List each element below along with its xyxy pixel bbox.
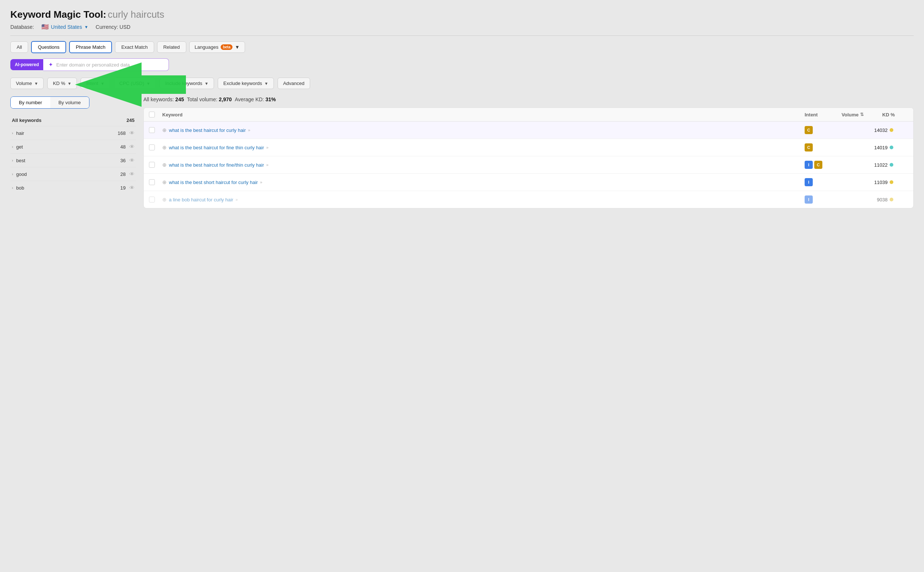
keyword-link[interactable]: ⊕ what is the best haircut for fine thin… xyxy=(162,145,804,151)
list-item[interactable]: › good 28 👁 xyxy=(10,167,136,181)
keyword-text: what is the best haircut for fine/thin c… xyxy=(169,162,264,168)
add-circle-icon: ⊕ xyxy=(162,145,167,151)
volume-col-header[interactable]: Volume ⇅ xyxy=(842,112,882,118)
keyword-text: what is the best haircut for curly hair xyxy=(169,127,246,133)
ai-powered-label: AI-powered xyxy=(10,59,43,70)
add-circle-icon: ⊕ xyxy=(162,127,167,133)
exclude-keywords-filter[interactable]: Exclude keywords ▼ xyxy=(218,78,274,89)
kd-filter[interactable]: KD % ▼ xyxy=(47,78,77,89)
keyword-link[interactable]: ⊕ what is the best haircut for fine/thin… xyxy=(162,162,804,168)
keyword-group-list: All keywords 245 › hair 168 👁 › xyxy=(10,115,136,194)
all-keywords-label: All keywords xyxy=(12,118,41,123)
chevron-down-icon: ▼ xyxy=(84,25,88,29)
ai-placeholder: Enter domain or personalized data xyxy=(56,62,130,68)
volume-cell: 140 xyxy=(842,145,882,151)
avg-kd-stats: Average KD: 31% xyxy=(235,96,276,103)
tab-all[interactable]: All xyxy=(10,41,28,53)
ai-domain-input[interactable]: ✦ Enter domain or personalized data xyxy=(43,58,169,71)
eye-icon[interactable]: 👁 xyxy=(129,157,135,163)
select-all-checkbox[interactable] xyxy=(149,112,162,118)
tab-related[interactable]: Related xyxy=(157,41,186,53)
intent-badge-i: I xyxy=(804,196,813,204)
row-checkbox[interactable] xyxy=(149,127,162,133)
sparkle-icon: ✦ xyxy=(48,61,53,68)
keyword-sidebar: By number By volume All keywords 245 › h… xyxy=(10,96,136,194)
list-item[interactable]: › bob 19 👁 xyxy=(10,181,136,194)
chevron-down-icon: ▼ xyxy=(235,44,240,50)
chevron-down-icon: ▼ xyxy=(34,81,38,86)
chevron-right-icon: › xyxy=(12,172,13,176)
chevron-right-icon: › xyxy=(12,145,13,149)
intent-filter[interactable]: Intent ▼ xyxy=(81,78,110,89)
include-keywords-filter[interactable]: Include keywords ▼ xyxy=(160,78,214,89)
chevron-down-icon: ▼ xyxy=(101,81,104,86)
table-row: ⊕ what is the best haircut for fine thin… xyxy=(144,139,913,156)
by-volume-toggle[interactable]: By volume xyxy=(50,97,89,108)
keyword-link[interactable]: ⊕ what is the best haircut for curly hai… xyxy=(162,127,804,133)
volume-filter[interactable]: Volume ▼ xyxy=(10,78,44,89)
eye-icon[interactable]: 👁 xyxy=(129,130,135,136)
tab-exact-match[interactable]: Exact Match xyxy=(115,41,154,53)
keyword-text: a line bob haircut for curly hair xyxy=(169,197,233,202)
by-number-toggle[interactable]: By number xyxy=(11,97,50,108)
intent-cell: C xyxy=(804,143,842,151)
list-item[interactable]: › hair 168 👁 xyxy=(10,126,136,140)
keyword-col-header: Keyword xyxy=(162,112,804,118)
languages-dropdown[interactable]: Languages beta ▼ xyxy=(189,41,246,53)
intent-col-header: Intent xyxy=(804,112,842,118)
cpc-filter[interactable]: CPC (USD) ▼ xyxy=(114,78,156,89)
kd-cell: 38 xyxy=(882,197,908,202)
keyword-group-label: hair xyxy=(16,131,24,136)
us-flag-icon: 🇺🇸 xyxy=(41,23,49,30)
kd-cell: 22 xyxy=(882,162,908,168)
intent-badge-c: C xyxy=(804,126,813,134)
tab-questions[interactable]: Questions xyxy=(31,41,66,53)
table-header: Keyword Intent Volume ⇅ KD % xyxy=(144,108,913,121)
kd-cell: 19 xyxy=(882,145,908,151)
kd-dot-icon xyxy=(890,198,893,201)
filter-dropdowns-row: Volume ▼ KD % ▼ Intent ▼ CPC (USD) ▼ Inc… xyxy=(10,78,914,89)
add-circle-icon: ⊕ xyxy=(162,197,167,202)
kd-dot-icon xyxy=(890,146,893,149)
chevron-right-icon: › xyxy=(12,131,13,135)
eye-icon[interactable]: 👁 xyxy=(129,185,135,191)
country-name: United States xyxy=(51,24,82,30)
keyword-group-label: good xyxy=(16,171,27,177)
intent-badge-i: I xyxy=(804,178,813,186)
intent-cell: I C xyxy=(804,161,842,169)
chevrons-icon: » xyxy=(260,180,263,184)
kd-cell: 39 xyxy=(882,180,908,185)
tab-phrase-match[interactable]: Phrase Match xyxy=(69,41,112,53)
database-selector[interactable]: 🇺🇸 United States ▼ xyxy=(41,23,88,30)
intent-badge-i: I xyxy=(804,161,813,169)
all-keywords-count: 245 xyxy=(126,118,135,123)
volume-cell: 90 xyxy=(842,197,882,202)
chevrons-icon: » xyxy=(266,163,268,167)
keyword-link[interactable]: ⊕ what is the best short haircut for cur… xyxy=(162,179,804,185)
keyword-text: what is the best short haircut for curly… xyxy=(169,180,258,185)
eye-icon[interactable]: 👁 xyxy=(129,171,135,177)
volume-cell: 140 xyxy=(842,127,882,133)
keyword-table-area: All keywords: 245 Total volume: 2,970 Av… xyxy=(143,96,914,208)
kd-col-header: KD % xyxy=(882,112,908,118)
eye-icon[interactable]: 👁 xyxy=(129,144,135,150)
currency-label: Currency: USD xyxy=(96,24,131,30)
row-checkbox[interactable] xyxy=(149,197,162,202)
row-checkbox[interactable] xyxy=(149,145,162,151)
intent-badge-c: C xyxy=(814,161,822,169)
intent-badge-c: C xyxy=(804,143,813,151)
row-checkbox[interactable] xyxy=(149,162,162,168)
chevrons-icon: » xyxy=(235,197,238,202)
list-item[interactable]: › get 48 👁 xyxy=(10,140,136,153)
keyword-link[interactable]: ⊕ a line bob haircut for curly hair » xyxy=(162,197,804,202)
intent-cell: I xyxy=(804,178,842,186)
row-checkbox[interactable] xyxy=(149,179,162,185)
by-toggle: By number By volume xyxy=(10,96,89,109)
list-item[interactable]: › best 36 👁 xyxy=(10,153,136,167)
keyword-group-count: 36 xyxy=(120,158,126,163)
intent-cell: I xyxy=(804,196,842,204)
page-title: Keyword Magic Tool: curly haircuts xyxy=(10,9,914,20)
keyword-group-count: 168 xyxy=(118,131,126,136)
advanced-filter[interactable]: Advanced xyxy=(278,78,310,89)
chevrons-icon: » xyxy=(248,128,250,132)
